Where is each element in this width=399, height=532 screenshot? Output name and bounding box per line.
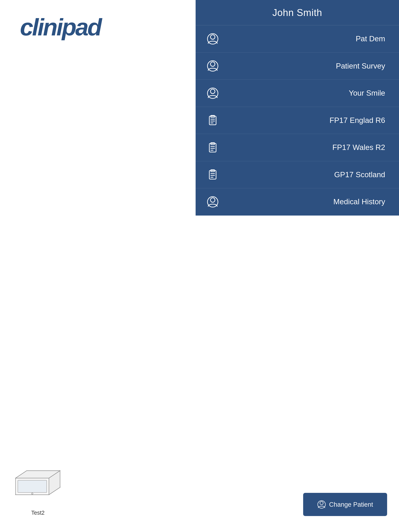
tablet-illustration: Test2 <box>12 467 64 516</box>
svg-point-4 <box>210 62 215 66</box>
right-panel: John Smith Pat Dem Pa <box>196 0 399 215</box>
svg-point-6 <box>210 89 215 94</box>
menu-label-medical-history: Medical History <box>219 197 389 206</box>
svg-point-3 <box>207 33 218 44</box>
svg-point-5 <box>207 61 218 71</box>
tablet-icon <box>12 467 64 508</box>
svg-point-7 <box>207 88 218 98</box>
person-icon-3 <box>206 86 220 100</box>
patient-name-header: John Smith <box>196 0 399 25</box>
menu-label-fp17-englad: FP17 Englad R6 <box>219 116 389 125</box>
clipboard-icon <box>206 113 220 127</box>
menu-label-patient-survey: Patient Survey <box>219 62 389 70</box>
change-patient-label: Change Patient <box>329 501 373 508</box>
menu-item-medical-history[interactable]: Medical History <box>196 188 399 215</box>
person-icon-2 <box>206 59 220 73</box>
menu-item-gp17-scotland[interactable]: GP17 Scotland <box>196 161 399 189</box>
svg-point-25 <box>320 501 323 505</box>
menu-item-fp17-wales[interactable]: FP17 Wales R2 <box>196 134 399 161</box>
person-icon <box>206 32 220 46</box>
menu-label-gp17-scotland: GP17 Scotland <box>219 170 389 179</box>
left-panel: clinipad <box>0 0 196 532</box>
change-patient-button[interactable]: Change Patient <box>303 493 387 516</box>
menu-list: Pat Dem Patient Survey You <box>196 25 399 215</box>
clipboard-icon-3 <box>206 168 220 182</box>
svg-point-24 <box>207 197 218 207</box>
svg-point-2 <box>210 35 215 39</box>
menu-label-your-smile: Your Smile <box>219 89 389 97</box>
menu-item-pat-dem[interactable]: Pat Dem <box>196 25 399 53</box>
clipboard-icon-2 <box>206 141 220 155</box>
person-icon-4 <box>206 195 220 209</box>
app-logo: clinipad <box>20 13 101 41</box>
tablet-label: Test2 <box>31 510 45 516</box>
svg-rect-0 <box>18 480 47 493</box>
change-patient-icon <box>317 500 326 509</box>
menu-item-fp17-englad[interactable]: FP17 Englad R6 <box>196 107 399 134</box>
menu-item-your-smile[interactable]: Your Smile <box>196 80 399 107</box>
menu-item-patient-survey[interactable]: Patient Survey <box>196 53 399 80</box>
menu-label-fp17-wales: FP17 Wales R2 <box>219 143 389 152</box>
menu-label-pat-dem: Pat Dem <box>219 34 389 43</box>
svg-point-26 <box>318 501 325 508</box>
svg-point-23 <box>210 198 215 202</box>
patient-name: John Smith <box>272 7 322 18</box>
